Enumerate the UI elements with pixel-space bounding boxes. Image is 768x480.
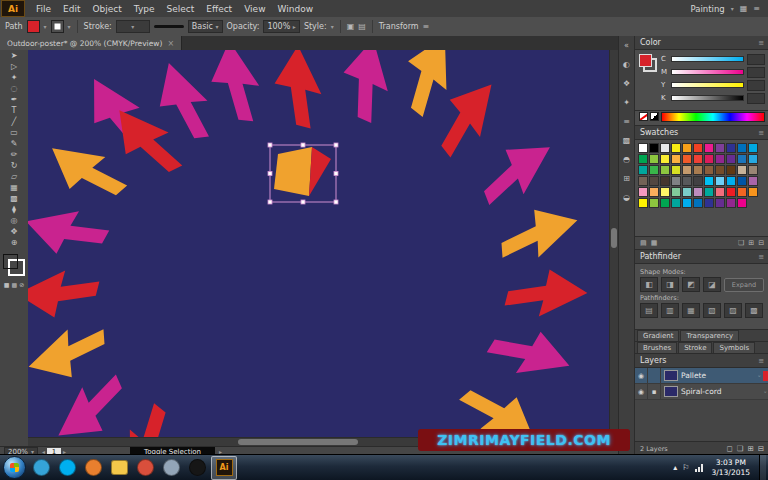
arrow-shape[interactable] <box>39 129 134 215</box>
zoom-tool[interactable]: ⊕ <box>2 237 26 248</box>
color-button[interactable]: ■ <box>4 281 10 288</box>
arrow-shape[interactable] <box>28 319 115 389</box>
lock-toggle-icon[interactable] <box>648 368 661 383</box>
swatch[interactable] <box>715 143 725 153</box>
swatch[interactable] <box>726 165 736 175</box>
obs-icon[interactable] <box>185 457 209 479</box>
swatch[interactable] <box>649 154 659 164</box>
blend-tool[interactable]: ◎ <box>2 215 26 226</box>
swatch[interactable] <box>693 165 703 175</box>
swatch[interactable] <box>704 198 714 208</box>
swatch[interactable] <box>660 198 670 208</box>
tab-gradient[interactable]: Gradient <box>637 330 679 341</box>
channel-slider[interactable] <box>671 69 744 75</box>
tab-transparency[interactable]: Transparency <box>680 330 739 341</box>
brush-preview[interactable] <box>154 25 184 28</box>
align-icons[interactable]: ≡ <box>423 22 430 31</box>
swatch[interactable] <box>704 176 714 186</box>
menu-type[interactable]: Type <box>128 4 161 14</box>
arrow-shape[interactable] <box>453 371 547 438</box>
vertical-scrollbar[interactable] <box>609 50 618 438</box>
swatch[interactable] <box>671 187 681 197</box>
minus-back-icon[interactable]: ▩ <box>745 303 763 318</box>
canvas[interactable] <box>28 50 618 446</box>
channel-value-input[interactable] <box>747 93 765 104</box>
swatch[interactable] <box>704 143 714 153</box>
swatch[interactable] <box>748 165 758 175</box>
chevron-down-icon[interactable]: ▾ <box>68 23 71 30</box>
selection-tool[interactable]: ➤ <box>2 50 26 61</box>
swatch[interactable] <box>748 176 758 186</box>
new-layer-icon[interactable]: ⊞ <box>747 444 753 453</box>
arrow-shape[interactable] <box>422 70 510 164</box>
swatch[interactable] <box>682 165 692 175</box>
swatch[interactable] <box>737 154 747 164</box>
type-tool[interactable]: T <box>2 105 26 116</box>
intersect-icon[interactable]: ◩ <box>682 277 700 292</box>
fill-swatch[interactable] <box>3 254 18 269</box>
swatch[interactable] <box>671 143 681 153</box>
scale-tool[interactable]: ▱ <box>2 171 26 182</box>
media-player-icon[interactable] <box>81 457 105 479</box>
fill-color-chip[interactable] <box>27 20 40 33</box>
clock[interactable]: 3:03 PM 3/13/2015 <box>708 458 754 477</box>
hand-tool[interactable]: ✥ <box>2 226 26 237</box>
lasso-tool[interactable]: ◌ <box>2 83 26 94</box>
visibility-toggle-icon[interactable]: ◉ <box>635 384 648 399</box>
menu-view[interactable]: View <box>238 4 271 14</box>
eyedropper-tool[interactable]: ⧫ <box>2 204 26 215</box>
panel-menu-icon[interactable]: ≡ <box>758 357 764 365</box>
swatch[interactable] <box>737 187 747 197</box>
swatch[interactable] <box>660 165 670 175</box>
skype-icon[interactable] <box>55 457 79 479</box>
swatch[interactable] <box>649 143 659 153</box>
swatch[interactable] <box>693 143 703 153</box>
minus-front-icon[interactable]: ◨ <box>661 277 679 292</box>
layers-panel-header[interactable]: Layers ≡ <box>635 354 768 368</box>
swatch[interactable] <box>671 165 681 175</box>
scrollbar-thumb[interactable] <box>238 439 358 445</box>
start-button[interactable] <box>3 456 26 479</box>
layer-target-icon[interactable]: ◦ <box>757 372 761 379</box>
fill-proxy[interactable] <box>639 54 652 67</box>
line-tool[interactable]: ╱ <box>2 116 26 127</box>
channel-slider[interactable] <box>671 95 744 101</box>
swatch[interactable] <box>715 176 725 186</box>
swatch[interactable] <box>737 198 747 208</box>
close-icon[interactable]: × <box>167 39 174 48</box>
swatch[interactable] <box>682 187 692 197</box>
swatch[interactable] <box>737 165 747 175</box>
swatch[interactable] <box>715 165 725 175</box>
swatch[interactable] <box>682 154 692 164</box>
mesh-tool[interactable]: ▦ <box>2 182 26 193</box>
brush-definition-dropdown[interactable]: Basic ▾ <box>188 20 223 33</box>
hidden-icons-chevron[interactable]: ▴ <box>673 463 677 472</box>
make-mask-icon[interactable]: ◻ <box>726 444 732 453</box>
chrome-icon[interactable] <box>133 457 157 479</box>
swatch[interactable] <box>704 187 714 197</box>
stroke-weight-input[interactable]: ▾ <box>116 20 150 33</box>
swatch[interactable] <box>704 154 714 164</box>
illustrator-icon[interactable]: Ai <box>211 456 237 480</box>
swatch[interactable] <box>638 187 648 197</box>
swatches-panel-header[interactable]: Swatches ≡ <box>635 126 768 140</box>
tab-symbols[interactable]: Symbols <box>713 342 755 353</box>
selection-handle[interactable] <box>301 143 305 147</box>
arrow-shape[interactable] <box>275 50 322 128</box>
swatch[interactable] <box>682 143 692 153</box>
unite-icon[interactable]: ◧ <box>640 277 658 292</box>
channel-slider[interactable] <box>671 82 744 88</box>
rotate-tool[interactable]: ↻ <box>2 160 26 171</box>
swatch[interactable] <box>638 143 648 153</box>
expand-button[interactable]: Expand <box>724 278 764 292</box>
cs-live-icon[interactable]: ▦ <box>740 4 748 13</box>
new-swatch-icon[interactable]: ⊞ <box>748 239 754 247</box>
artboard[interactable] <box>28 50 610 438</box>
swatch[interactable] <box>682 176 692 186</box>
menu-edit[interactable]: Edit <box>57 4 86 14</box>
swatch[interactable] <box>638 176 648 186</box>
document-tab[interactable]: Outdoor-poster* @ 200% (CMYK/Preview) × <box>0 36 182 50</box>
menu-effect[interactable]: Effect <box>200 4 238 14</box>
gradient-button[interactable]: ▩ <box>11 281 17 288</box>
swatch[interactable] <box>638 154 648 164</box>
